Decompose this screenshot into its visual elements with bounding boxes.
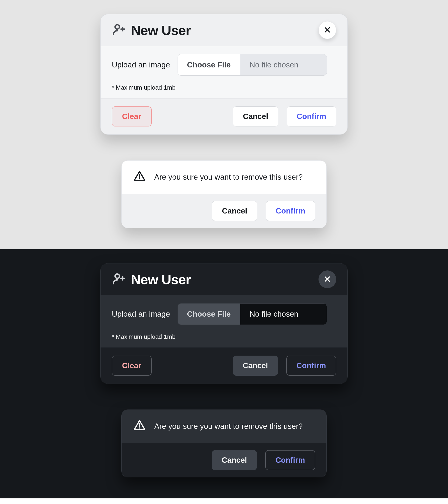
confirm-button[interactable]: Confirm	[286, 356, 337, 376]
footer-right-group: Cancel Confirm	[233, 356, 336, 376]
file-status: No file chosen	[240, 304, 327, 324]
new-user-dialog-dark: New User Upload an image Choose File No …	[100, 263, 348, 384]
upload-label: Upload an image	[112, 60, 170, 69]
svg-point-1	[115, 274, 120, 278]
dark-section: New User Upload an image Choose File No …	[0, 249, 448, 498]
cancel-button[interactable]: Cancel	[233, 356, 278, 376]
remove-user-alert-dark: Are you sure you want to remove this use…	[121, 410, 327, 477]
alert-confirm-button[interactable]: Confirm	[266, 201, 315, 221]
file-input: Choose File No file chosen	[178, 54, 327, 76]
alert-confirm-button[interactable]: Confirm	[265, 450, 315, 470]
warning-icon	[133, 419, 146, 433]
header-left: New User	[112, 22, 191, 38]
dialog-title: New User	[131, 22, 191, 38]
dialog-body: Upload an image Choose File No file chos…	[101, 46, 347, 98]
upload-helper-text: * Maximum upload 1mb	[112, 333, 336, 341]
light-section: New User Upload an image Choose File No …	[0, 0, 448, 249]
dialog-header: New User	[101, 14, 347, 46]
dialog-body: Upload an image Choose File No file chos…	[101, 295, 347, 348]
dialog-footer: Clear Cancel Confirm	[101, 348, 347, 384]
cancel-button[interactable]: Cancel	[233, 107, 278, 126]
dialog-header: New User	[101, 263, 347, 295]
upload-row: Upload an image Choose File No file chos…	[112, 303, 336, 325]
warning-icon	[133, 170, 146, 184]
close-icon	[324, 26, 331, 34]
upload-helper-text: * Maximum upload 1mb	[112, 84, 336, 91]
remove-user-alert: Are you sure you want to remove this use…	[121, 160, 327, 228]
user-add-icon	[112, 272, 125, 286]
alert-cancel-button[interactable]: Cancel	[212, 201, 257, 221]
choose-file-button[interactable]: Choose File	[178, 304, 240, 324]
alert-footer: Cancel Confirm	[122, 443, 326, 477]
header-left: New User	[112, 271, 191, 287]
new-user-dialog: New User Upload an image Choose File No …	[100, 14, 348, 135]
footer-right-group: Cancel Confirm	[233, 107, 336, 126]
close-icon	[324, 275, 331, 284]
close-button[interactable]	[319, 21, 336, 39]
upload-label: Upload an image	[112, 310, 170, 319]
alert-message: Are you sure you want to remove this use…	[154, 173, 303, 181]
alert-footer: Cancel Confirm	[122, 194, 326, 228]
file-status: No file chosen	[240, 54, 327, 75]
dialog-footer: Clear Cancel Confirm	[101, 98, 347, 134]
alert-body: Are you sure you want to remove this use…	[122, 161, 326, 194]
svg-point-0	[115, 25, 120, 29]
confirm-button[interactable]: Confirm	[287, 107, 337, 126]
user-add-icon	[112, 23, 125, 37]
clear-button[interactable]: Clear	[112, 356, 152, 376]
alert-body: Are you sure you want to remove this use…	[122, 410, 326, 443]
choose-file-button[interactable]: Choose File	[178, 54, 240, 75]
upload-row: Upload an image Choose File No file chos…	[112, 54, 336, 76]
alert-cancel-button[interactable]: Cancel	[212, 450, 257, 470]
dialog-title: New User	[131, 271, 191, 287]
close-button[interactable]	[319, 270, 336, 288]
file-input: Choose File No file chosen	[178, 303, 327, 325]
clear-button[interactable]: Clear	[112, 107, 152, 126]
alert-message: Are you sure you want to remove this use…	[154, 422, 303, 431]
